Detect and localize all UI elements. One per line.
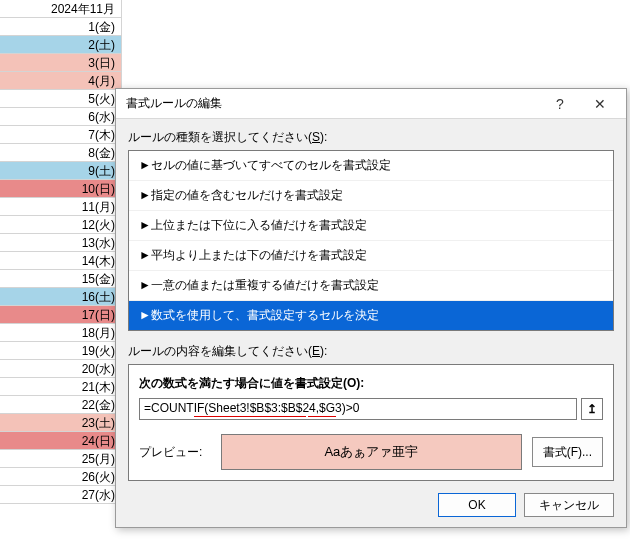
rule-type-item[interactable]: ► 数式を使用して、書式設定するセルを決定 bbox=[129, 301, 613, 330]
date-cell[interactable]: 18(月) bbox=[0, 324, 122, 342]
spreadsheet-column: 2024年11月 1(金)2(土)3(日)4(月)5(火)6(水)7(木)8(金… bbox=[0, 0, 122, 504]
rule-type-label: 数式を使用して、書式設定するセルを決定 bbox=[151, 308, 379, 322]
rule-type-label: 一意の値または重複する値だけを書式設定 bbox=[151, 278, 379, 292]
rule-edit-box: 次の数式を満たす場合に値を書式設定(O): =COUNTIF(Sheet3!$B… bbox=[128, 364, 614, 481]
help-button[interactable]: ? bbox=[540, 90, 580, 118]
date-cell[interactable]: 10(日) bbox=[0, 180, 122, 198]
date-cell[interactable]: 14(木) bbox=[0, 252, 122, 270]
dialog-body: ルールの種類を選択してください(S): ► セルの値に基づいてすべてのセルを書式… bbox=[116, 119, 626, 493]
sheet-header[interactable]: 2024年11月 bbox=[0, 0, 122, 18]
ok-button[interactable]: OK bbox=[438, 493, 516, 517]
date-cell[interactable]: 25(月) bbox=[0, 450, 122, 468]
date-cell[interactable]: 23(土) bbox=[0, 414, 122, 432]
rule-type-item[interactable]: ► 指定の値を含むセルだけを書式設定 bbox=[129, 181, 613, 211]
collapse-dialog-button[interactable]: ↥ bbox=[581, 398, 603, 420]
close-button[interactable]: ✕ bbox=[580, 90, 620, 118]
rule-type-label: セルの値に基づいてすべてのセルを書式設定 bbox=[151, 158, 391, 172]
date-cell[interactable]: 7(木) bbox=[0, 126, 122, 144]
date-cell[interactable]: 12(火) bbox=[0, 216, 122, 234]
formula-label: 次の数式を満たす場合に値を書式設定(O): bbox=[139, 375, 603, 392]
preview-box: Aaあぁアァ亜宇 bbox=[221, 434, 522, 470]
date-cell[interactable]: 8(金) bbox=[0, 144, 122, 162]
date-cell[interactable]: 4(月) bbox=[0, 72, 122, 90]
arrow-icon: ► bbox=[139, 158, 151, 172]
date-cell[interactable]: 15(金) bbox=[0, 270, 122, 288]
date-cell[interactable]: 26(火) bbox=[0, 468, 122, 486]
date-cell[interactable]: 24(日) bbox=[0, 432, 122, 450]
date-cell[interactable]: 9(土) bbox=[0, 162, 122, 180]
dialog-title: 書式ルールの編集 bbox=[126, 95, 540, 112]
format-rule-dialog: 書式ルールの編集 ? ✕ ルールの種類を選択してください(S): ► セルの値に… bbox=[115, 88, 627, 528]
format-button[interactable]: 書式(F)... bbox=[532, 437, 603, 467]
rule-edit-label: ルールの内容を編集してください(E): bbox=[128, 343, 614, 360]
dialog-button-row: OK キャンセル bbox=[438, 493, 614, 517]
rule-type-item[interactable]: ► セルの値に基づいてすべてのセルを書式設定 bbox=[129, 151, 613, 181]
date-cell[interactable]: 16(土) bbox=[0, 288, 122, 306]
arrow-icon: ► bbox=[139, 308, 151, 322]
rule-type-item[interactable]: ► 平均より上または下の値だけを書式設定 bbox=[129, 241, 613, 271]
rule-type-item[interactable]: ► 一意の値または重複する値だけを書式設定 bbox=[129, 271, 613, 301]
date-cell[interactable]: 20(水) bbox=[0, 360, 122, 378]
rule-type-label: ルールの種類を選択してください(S): bbox=[128, 129, 614, 146]
date-cell[interactable]: 2(土) bbox=[0, 36, 122, 54]
date-cell[interactable]: 3(日) bbox=[0, 54, 122, 72]
formula-input[interactable]: =COUNTIF(Sheet3!$B$3:$B$24,$G3)>0 bbox=[139, 398, 577, 420]
date-cell[interactable]: 11(月) bbox=[0, 198, 122, 216]
arrow-icon: ► bbox=[139, 218, 151, 232]
cancel-button[interactable]: キャンセル bbox=[524, 493, 614, 517]
rule-type-label: 平均より上または下の値だけを書式設定 bbox=[151, 248, 367, 262]
date-cell[interactable]: 17(日) bbox=[0, 306, 122, 324]
date-cell[interactable]: 1(金) bbox=[0, 18, 122, 36]
arrow-icon: ► bbox=[139, 188, 151, 202]
preview-label: プレビュー: bbox=[139, 444, 211, 461]
rule-type-item[interactable]: ► 上位または下位に入る値だけを書式設定 bbox=[129, 211, 613, 241]
date-cell[interactable]: 6(水) bbox=[0, 108, 122, 126]
date-cell[interactable]: 5(火) bbox=[0, 90, 122, 108]
dialog-titlebar: 書式ルールの編集 ? ✕ bbox=[116, 89, 626, 119]
date-cell[interactable]: 27(水) bbox=[0, 486, 122, 504]
arrow-icon: ► bbox=[139, 248, 151, 262]
rule-type-list[interactable]: ► セルの値に基づいてすべてのセルを書式設定► 指定の値を含むセルだけを書式設定… bbox=[128, 150, 614, 331]
rule-type-label: 指定の値を含むセルだけを書式設定 bbox=[151, 188, 343, 202]
rule-type-label: 上位または下位に入る値だけを書式設定 bbox=[151, 218, 367, 232]
arrow-icon: ► bbox=[139, 278, 151, 292]
date-cell[interactable]: 21(木) bbox=[0, 378, 122, 396]
date-cell[interactable]: 19(火) bbox=[0, 342, 122, 360]
date-cell[interactable]: 22(金) bbox=[0, 396, 122, 414]
date-cell[interactable]: 13(水) bbox=[0, 234, 122, 252]
